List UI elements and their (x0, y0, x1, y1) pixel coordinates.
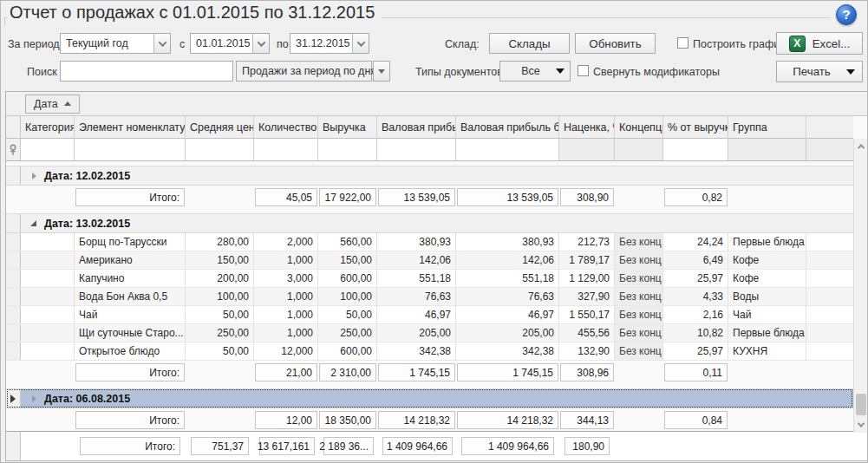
summary-pct: 0,84 (664, 411, 728, 429)
scroll-up-icon[interactable] (854, 140, 868, 153)
build-chart-label: Построить график (693, 38, 785, 50)
filter-gross-profit[interactable] (377, 139, 456, 160)
row-indicator-cell (6, 251, 21, 269)
cell-concept: Без конц... (615, 306, 663, 323)
build-chart-checkbox[interactable] (677, 37, 689, 49)
report-mode-select[interactable]: Продажи за период по дням (236, 61, 372, 82)
filter-markup (559, 139, 615, 160)
cell-pct: 6,49 (663, 251, 728, 269)
col-header-quantity[interactable]: Количество (254, 116, 318, 138)
table-row[interactable]: Борщ по-Тарусски 280,00 2,000 560,00 380… (6, 233, 867, 251)
report-mode-dropdown-button[interactable] (373, 61, 390, 82)
group-row-label: Дата: 06.08.2015 (44, 393, 130, 405)
store-label: Склад: (445, 38, 480, 50)
grand-total-row: Итого: 751,37 13 617,161 2 189 36... 1 4… (6, 431, 867, 460)
summary-total-label: Итого: (75, 411, 185, 429)
scrollbar-thumb[interactable] (856, 394, 866, 415)
cell-item: Щи суточные Старо... (75, 324, 186, 342)
row-indicator-cell (6, 306, 21, 323)
cell-avg-price: 50,00 (186, 306, 254, 323)
row-indicator-icon (10, 395, 16, 403)
cell-qty: 3,000 (254, 270, 318, 287)
col-header-concept[interactable]: Концепция (615, 116, 663, 138)
filter-avg-price[interactable] (186, 139, 254, 160)
stores-button[interactable]: Склады (489, 33, 570, 54)
period-dropdown-button[interactable] (153, 34, 170, 53)
summary-profit-wo: 1 745,15 (457, 363, 558, 381)
page-title: Отчет о продажах с 01.01.2015 по 31.12.2… (8, 3, 382, 24)
cell-profit-wo: 46,97 (456, 306, 559, 323)
excel-icon: X (789, 36, 806, 52)
cell-qty: 1,000 (254, 288, 318, 305)
expand-icon[interactable] (30, 220, 36, 226)
summary-profit-wo: 13 539,05 (457, 188, 558, 206)
groupbox-frame-tick (4, 17, 5, 26)
scroll-down-icon[interactable] (854, 418, 868, 432)
cell-markup: 212,73 (559, 233, 615, 251)
doc-types-select[interactable]: Все (499, 61, 571, 82)
cell-markup: 132,90 (559, 342, 615, 360)
filter-gross-profit-wo[interactable] (456, 139, 559, 160)
cell-profit: 46,97 (377, 306, 456, 323)
filter-pct-revenue[interactable] (663, 139, 728, 160)
sort-asc-icon (64, 101, 71, 106)
cell-pct: 24,24 (663, 233, 728, 251)
col-header-revenue[interactable]: Выручка (318, 116, 377, 138)
summary-total-label: Итого: (75, 363, 185, 381)
refresh-button[interactable]: Обновить (575, 33, 656, 54)
cell-concept: Без конц... (615, 324, 663, 342)
print-button[interactable]: Печать (776, 61, 863, 82)
cell-concept: Без конц... (615, 288, 663, 305)
collapse-icon[interactable] (32, 395, 36, 402)
cell-concept: Без конц... (615, 251, 663, 269)
cell-group: Первые блюда (728, 324, 806, 342)
print-button-label: Печать (777, 65, 846, 78)
col-header-avg-price[interactable]: Средняя цена (186, 116, 254, 138)
table-row[interactable]: Чай 50,00 1,000 50,00 46,97 46,97 1 550,… (6, 306, 867, 324)
table-row[interactable]: Вода Бон Аква 0,5 100,00 1,000 100,00 76… (6, 288, 867, 306)
cell-concept: Без конц... (615, 233, 663, 251)
col-header-group[interactable]: Группа (728, 116, 806, 138)
table-row[interactable]: Американо 150,00 1,000 150,00 142,06 142… (6, 251, 867, 270)
grand-avg-price: 751,37 (191, 437, 249, 455)
col-header-gross-profit[interactable]: Валовая прибыль (377, 116, 456, 138)
date-to-field[interactable]: 31.12.2015 (290, 33, 369, 54)
collapse-modifiers-checkbox[interactable] (578, 65, 589, 76)
cell-avg-price: 100,00 (186, 288, 254, 305)
col-header-gross-profit-wo[interactable]: Валовая прибыль без... (456, 116, 559, 138)
group-row-06-08-2015-selected[interactable]: Дата: 06.08.2015 (6, 388, 853, 408)
filter-category[interactable] (21, 139, 75, 160)
filter-revenue[interactable] (318, 139, 377, 160)
col-header-markup[interactable]: Наценка, % (559, 116, 615, 138)
cell-group: Чай (728, 306, 806, 323)
cell-item: Открытое блюдо (75, 342, 186, 360)
table-row[interactable]: Открытое блюдо 50,00 12,000 600,00 342,3… (6, 342, 867, 361)
col-header-pct-revenue[interactable]: % от выручки (663, 116, 728, 138)
group-row-13-02-2015[interactable]: Дата: 13.02.2015 (6, 213, 853, 233)
col-header-item[interactable]: Элемент номенклатуры (75, 116, 186, 138)
filter-item[interactable] (75, 139, 186, 160)
group-chip-date[interactable]: Дата (25, 95, 80, 114)
search-input[interactable] (60, 61, 233, 82)
group-row-12-02-2015[interactable]: Дата: 12.02.2015 (6, 166, 853, 186)
col-header-category[interactable]: Категория (21, 116, 75, 138)
row-indicator-cell (6, 432, 21, 460)
table-header-row: Категория Элемент номенклатуры Средняя ц… (6, 116, 853, 139)
period-select[interactable]: Текущий год (60, 33, 171, 54)
grand-profit-wo: 1 409 964,66 (461, 437, 554, 455)
table-row[interactable]: Капучино 200,00 3,000 600,00 551,18 551,… (6, 270, 867, 288)
chevron-down-icon (356, 38, 365, 47)
help-icon[interactable]: ? (836, 4, 857, 25)
date-from-dropdown-button[interactable] (252, 34, 269, 53)
cell-profit-wo: 342,38 (456, 342, 559, 360)
cell-revenue: 600,00 (318, 342, 377, 360)
search-label: Поиск (27, 66, 57, 78)
vertical-scrollbar[interactable] (853, 139, 867, 433)
collapse-icon[interactable] (32, 173, 36, 179)
date-to-dropdown-button[interactable] (352, 34, 369, 53)
filter-quantity[interactable] (254, 139, 318, 160)
table-row[interactable]: Щи суточные Старо... 250,00 1,000 250,00… (6, 324, 867, 342)
summary-markup: 308,96 (560, 363, 614, 381)
excel-button[interactable]: X Excel... (776, 32, 863, 55)
date-from-field[interactable]: 01.01.2015 (190, 33, 270, 54)
